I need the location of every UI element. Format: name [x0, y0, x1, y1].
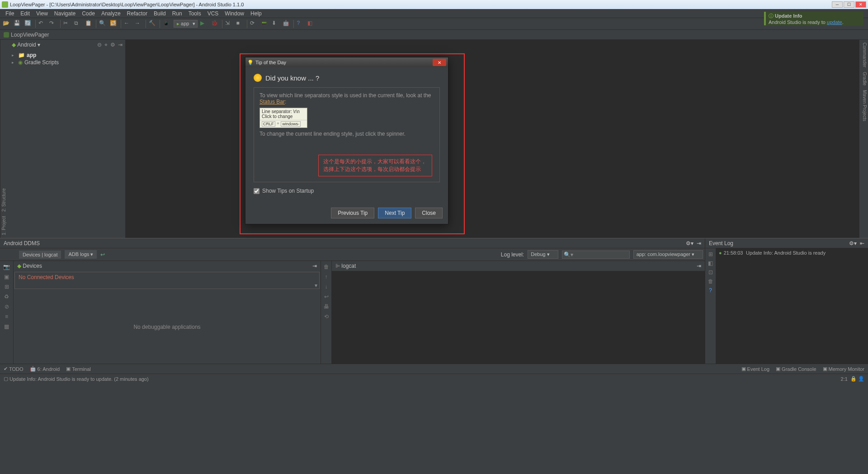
- stop-icon[interactable]: ▣: [4, 274, 9, 280]
- expand-icon[interactable]: ⊞: [708, 251, 713, 257]
- hector-icon[interactable]: 👤: [858, 376, 864, 382]
- heap-icon[interactable]: ▦: [4, 323, 9, 330]
- tree-item-app[interactable]: ▸📁app: [12, 52, 123, 59]
- hide-icon[interactable]: ⇥: [697, 240, 701, 246]
- hide-icon[interactable]: ⇥: [312, 263, 317, 269]
- collapse-icon[interactable]: ⊖: [97, 42, 102, 48]
- hide-icon[interactable]: ⇥: [118, 42, 123, 48]
- tab-devices-logcat[interactable]: Devices | logcat: [19, 251, 61, 259]
- tool-terminal[interactable]: ▣ Terminal: [66, 366, 91, 372]
- run-icon[interactable]: ▶: [200, 20, 208, 28]
- previous-tip-button[interactable]: Previous Tip: [331, 208, 374, 218]
- run-config-combo[interactable]: ▸ app: [174, 20, 198, 28]
- next-tip-button[interactable]: Next Tip: [378, 208, 411, 218]
- status-bar-link[interactable]: Status Bar: [259, 99, 285, 105]
- avd-icon[interactable]: 📱: [163, 20, 171, 28]
- project-view-combo[interactable]: Android: [17, 42, 36, 48]
- save-icon[interactable]: 💾: [14, 20, 22, 28]
- close-dialog-button[interactable]: Close: [415, 208, 443, 218]
- menu-view[interactable]: View: [33, 9, 51, 18]
- paste-icon[interactable]: 📋: [85, 20, 93, 28]
- undo-icon[interactable]: ↶: [38, 20, 47, 28]
- menu-file[interactable]: File: [3, 9, 17, 18]
- scroll-up-icon[interactable]: ↑: [325, 274, 328, 280]
- print-icon[interactable]: 🖶: [324, 303, 329, 310]
- settings-icon[interactable]: ⊡: [708, 269, 713, 275]
- gear-icon[interactable]: ⚙▾: [849, 240, 857, 246]
- gear-icon[interactable]: ⚙: [110, 42, 115, 48]
- scroll-down-icon[interactable]: ↓: [325, 284, 328, 290]
- hide-icon[interactable]: ⇥: [697, 263, 701, 269]
- redo-icon[interactable]: ↷: [49, 20, 57, 28]
- hide-icon[interactable]: ⇤: [860, 240, 864, 246]
- menu-edit[interactable]: Edit: [18, 9, 33, 18]
- gear-icon[interactable]: ⚙▾: [686, 240, 693, 246]
- sync-icon[interactable]: 🔄: [24, 20, 33, 28]
- wrap-icon[interactable]: ↩: [100, 251, 105, 258]
- tool-gradle[interactable]: Gradle: [860, 72, 867, 85]
- status-icon[interactable]: ▢: [4, 376, 8, 382]
- scroll-icon[interactable]: ⌖: [104, 42, 108, 48]
- tool-memory-monitor[interactable]: ▣ Memory Monitor: [823, 366, 864, 372]
- loglevel-combo[interactable]: Debug ▾: [528, 250, 558, 259]
- cut-icon[interactable]: ✂: [63, 20, 71, 28]
- terminate-icon[interactable]: ⊘: [5, 303, 9, 310]
- avd-manager-icon[interactable]: 📟: [261, 20, 269, 28]
- app-filter-combo[interactable]: app: com.loopviewpager ▾: [633, 250, 703, 259]
- menu-analyze[interactable]: Analyze: [99, 9, 123, 18]
- menu-run[interactable]: Run: [170, 9, 185, 18]
- menu-code[interactable]: Code: [79, 9, 98, 18]
- forward-icon[interactable]: →: [135, 20, 143, 28]
- maximize-button[interactable]: ☐: [844, 1, 854, 8]
- trash-icon[interactable]: 🗑: [324, 264, 329, 270]
- sdk-manager-icon[interactable]: ⬇: [272, 20, 280, 28]
- menu-help[interactable]: Help: [248, 9, 264, 18]
- threads-icon[interactable]: ≡: [5, 313, 8, 320]
- update-link[interactable]: update: [827, 19, 842, 25]
- tool-maven[interactable]: Maven Projects: [860, 90, 867, 121]
- find-icon[interactable]: 🔍: [99, 20, 107, 28]
- restart-icon[interactable]: ⟲: [324, 313, 329, 320]
- menu-build[interactable]: Build: [151, 9, 169, 18]
- tree-item-gradle[interactable]: ▸◉Gradle Scripts: [12, 59, 123, 66]
- menu-tools[interactable]: Tools: [186, 9, 204, 18]
- trash-icon[interactable]: 🗑: [708, 278, 713, 284]
- attach-icon[interactable]: ⇲: [225, 20, 233, 28]
- tool-commander[interactable]: Commander: [860, 43, 867, 67]
- make-icon[interactable]: 🔨: [149, 20, 157, 28]
- tool-eventlog[interactable]: ▣ Event Log: [741, 366, 770, 372]
- stop-icon[interactable]: ■: [236, 20, 244, 28]
- help-icon[interactable]: ?: [709, 287, 712, 294]
- soft-wrap-icon[interactable]: ↩: [324, 294, 329, 300]
- android-monitor-icon[interactable]: 🤖: [283, 20, 291, 28]
- tool-todo[interactable]: ✔ TODO: [4, 366, 24, 372]
- breadcrumb-item[interactable]: LoopViewPager: [11, 32, 49, 38]
- mark-icon[interactable]: ◧: [708, 260, 713, 266]
- lock-icon[interactable]: 🔒: [850, 376, 857, 382]
- debug-icon[interactable]: 🐞: [211, 20, 219, 28]
- menu-refactor[interactable]: Refactor: [124, 9, 150, 18]
- replace-icon[interactable]: 🔁: [110, 20, 118, 28]
- gc-icon[interactable]: ♻: [4, 294, 9, 300]
- dump-icon[interactable]: ⊞: [5, 284, 9, 290]
- menu-window[interactable]: Window: [222, 9, 247, 18]
- open-icon[interactable]: 📂: [3, 20, 11, 28]
- tool-gradle-console[interactable]: ▣ Gradle Console: [776, 366, 816, 372]
- exit-icon[interactable]: ◧: [307, 20, 316, 28]
- minimize-button[interactable]: ─: [832, 1, 843, 8]
- menu-navigate[interactable]: Navigate: [52, 9, 78, 18]
- help-icon[interactable]: ?: [297, 20, 305, 28]
- screenshot-icon[interactable]: 📷: [3, 264, 10, 270]
- tab-adb-logs[interactable]: ADB logs ▾: [65, 250, 97, 259]
- tool-android[interactable]: 🤖 6: Android: [30, 366, 60, 372]
- tool-structure[interactable]: 2: Structure: [1, 188, 8, 212]
- sync-gradle-icon[interactable]: ⟳: [250, 20, 258, 28]
- close-button[interactable]: ✕: [855, 1, 866, 8]
- menu-vcs[interactable]: VCS: [205, 9, 222, 18]
- copy-icon[interactable]: ⧉: [74, 20, 82, 28]
- dialog-close-button[interactable]: ✕: [433, 59, 446, 66]
- show-tips-checkbox[interactable]: Show Tips on Startup: [254, 188, 440, 194]
- tool-project[interactable]: 1: Project: [1, 216, 8, 235]
- back-icon[interactable]: ←: [124, 20, 132, 28]
- update-notification[interactable]: ⓘ Update Info Android Studio is ready to…: [764, 12, 863, 25]
